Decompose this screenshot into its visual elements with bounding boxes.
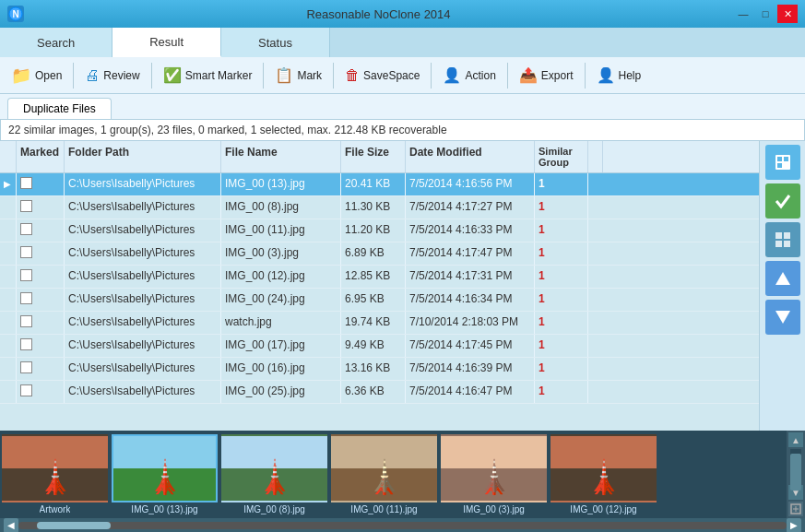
- scrollbar-thumb[interactable]: [37, 522, 111, 529]
- row-group: 1: [535, 219, 588, 242]
- mark-button[interactable]: 📋 Mark: [267, 63, 329, 88]
- minimize-button[interactable]: —: [733, 5, 753, 23]
- subtab-duplicate-files[interactable]: Duplicate Files: [7, 98, 112, 119]
- table-row[interactable]: ▶ C:\Users\Isabelly\Pictures IMG_00 (13)…: [0, 173, 759, 196]
- table-row[interactable]: C:\Users\Isabelly\Pictures IMG_00 (25).j…: [0, 381, 759, 404]
- row-marked[interactable]: [17, 173, 65, 195]
- thumbnail-item[interactable]: 🗼 IMG_00 (3).jpg: [441, 434, 547, 514]
- row-marked[interactable]: [17, 266, 65, 288]
- checkbox[interactable]: [20, 338, 32, 350]
- action-button[interactable]: 👤 Action: [435, 63, 503, 88]
- row-size: 20.41 KB: [341, 173, 406, 195]
- table-row[interactable]: C:\Users\Isabelly\Pictures watch.jpg 19.…: [0, 312, 759, 335]
- row-arrow: [0, 358, 17, 380]
- row-folder: C:\Users\Isabelly\Pictures: [65, 266, 221, 288]
- window-title: Reasonable NoClone 2014: [24, 7, 733, 21]
- row-marked[interactable]: [17, 358, 65, 380]
- row-folder: C:\Users\Isabelly\Pictures: [65, 219, 221, 242]
- help-label: Help: [619, 69, 642, 82]
- th-folder: Folder Path: [65, 141, 221, 172]
- row-name: IMG_00 (17).jpg: [221, 335, 341, 357]
- row-marked[interactable]: [17, 242, 65, 265]
- table-with-scroll: Marked Folder Path File Name File Size D…: [0, 141, 759, 431]
- row-marked[interactable]: [17, 219, 65, 242]
- savespace-label: SaveSpace: [363, 69, 420, 82]
- row-size: 6.89 KB: [341, 242, 406, 265]
- table-row[interactable]: C:\Users\Isabelly\Pictures IMG_00 (8).jp…: [0, 196, 759, 219]
- table-body: ▶ C:\Users\Isabelly\Pictures IMG_00 (13)…: [0, 173, 759, 431]
- thumbnail-area: 🗼 Artwork 🗼 IMG_00 (13).jpg 🗼 IMG_00 (8)…: [0, 431, 805, 532]
- row-size: 12.85 KB: [341, 266, 406, 288]
- thumbnail-item[interactable]: 🗼 IMG_00 (12).jpg: [550, 434, 657, 514]
- help-button[interactable]: 👤 Help: [589, 63, 649, 88]
- smart-marker-button[interactable]: ✅ Smart Marker: [156, 63, 260, 88]
- status-bar: 22 similar images, 1 group(s), 23 files,…: [0, 119, 805, 141]
- row-folder: C:\Users\Isabelly\Pictures: [65, 242, 221, 265]
- row-folder: C:\Users\Isabelly\Pictures: [65, 312, 221, 334]
- thumb-expand-btn[interactable]: [788, 502, 803, 516]
- sidebar-btn-check[interactable]: [765, 183, 800, 219]
- checkbox[interactable]: [20, 361, 32, 373]
- table-row[interactable]: C:\Users\Isabelly\Pictures IMG_00 (24).j…: [0, 289, 759, 312]
- row-date: 7/5/2014 4:16:47 PM: [406, 381, 535, 403]
- checkbox[interactable]: [20, 269, 32, 281]
- close-button[interactable]: ✕: [777, 5, 798, 23]
- tab-search[interactable]: Search: [0, 28, 112, 57]
- svg-rect-4: [784, 157, 788, 161]
- row-arrow: [0, 242, 17, 265]
- th-group: SimilarGroup: [535, 141, 588, 172]
- separator6: [507, 63, 508, 89]
- checkbox[interactable]: [20, 177, 32, 189]
- table-row[interactable]: C:\Users\Isabelly\Pictures IMG_00 (17).j…: [0, 335, 759, 358]
- export-button[interactable]: 📤 Export: [512, 63, 581, 88]
- thumb-scroll-up[interactable]: ▲: [788, 432, 803, 447]
- sidebar-btn-1[interactable]: [765, 145, 800, 180]
- sidebar-btn-up[interactable]: [765, 261, 800, 296]
- thumbnail-item[interactable]: 🗼 IMG_00 (11).jpg: [331, 434, 437, 514]
- row-folder: C:\Users\Isabelly\Pictures: [65, 289, 221, 311]
- action-label: Action: [465, 69, 495, 82]
- scroll-left-btn[interactable]: ◀: [4, 518, 18, 533]
- checkbox[interactable]: [20, 246, 32, 258]
- checkbox[interactable]: [20, 223, 32, 235]
- row-name: IMG_00 (8).jpg: [221, 196, 341, 219]
- checkbox[interactable]: [20, 384, 32, 396]
- svg-marker-11: [775, 311, 790, 324]
- savespace-button[interactable]: 🗑 SaveSpace: [337, 64, 427, 88]
- maximize-button[interactable]: □: [755, 5, 775, 23]
- separator2: [151, 63, 152, 89]
- row-marked[interactable]: [17, 381, 65, 403]
- row-date: 7/5/2014 4:16:56 PM: [406, 173, 535, 195]
- thumbnail-item[interactable]: 🗼 Artwork: [2, 434, 108, 514]
- row-marked[interactable]: [17, 196, 65, 219]
- thumbnail-item[interactable]: 🗼 IMG_00 (8).jpg: [221, 434, 327, 514]
- thumbnail-item[interactable]: 🗼 IMG_00 (13).jpg: [112, 434, 218, 514]
- scrollbar-track[interactable]: [18, 522, 787, 529]
- checkbox[interactable]: [20, 315, 32, 327]
- checkbox[interactable]: [20, 200, 32, 212]
- checkbox[interactable]: [20, 292, 32, 304]
- scroll-right-btn[interactable]: ▶: [787, 518, 801, 533]
- status-text: 22 similar images, 1 group(s), 23 files,…: [8, 124, 447, 136]
- row-group: 1: [535, 289, 588, 311]
- thumbnail-label: IMG_00 (3).jpg: [463, 504, 525, 514]
- svg-rect-8: [775, 241, 782, 247]
- review-button[interactable]: 🖨 Review: [77, 64, 147, 88]
- open-button[interactable]: 📁 Open: [4, 62, 69, 89]
- sidebar-btn-grid[interactable]: [765, 222, 800, 257]
- thumbnail-label: IMG_00 (13).jpg: [131, 504, 197, 514]
- table-row[interactable]: C:\Users\Isabelly\Pictures IMG_00 (16).j…: [0, 358, 759, 381]
- row-size: 6.36 KB: [341, 381, 406, 403]
- row-name: IMG_00 (3).jpg: [221, 242, 341, 265]
- table-row[interactable]: C:\Users\Isabelly\Pictures IMG_00 (3).jp…: [0, 242, 759, 266]
- sidebar-btn-down[interactable]: [765, 300, 800, 335]
- tab-result[interactable]: Result: [112, 28, 221, 57]
- table-row[interactable]: C:\Users\Isabelly\Pictures IMG_00 (12).j…: [0, 266, 759, 289]
- row-marked[interactable]: [17, 335, 65, 357]
- tab-status[interactable]: Status: [221, 28, 330, 57]
- table-row[interactable]: C:\Users\Isabelly\Pictures IMG_00 (11).j…: [0, 219, 759, 242]
- thumbnail-label: IMG_00 (8).jpg: [243, 504, 305, 514]
- row-marked[interactable]: [17, 312, 65, 334]
- thumbnail-label: IMG_00 (11).jpg: [350, 504, 417, 514]
- row-marked[interactable]: [17, 289, 65, 311]
